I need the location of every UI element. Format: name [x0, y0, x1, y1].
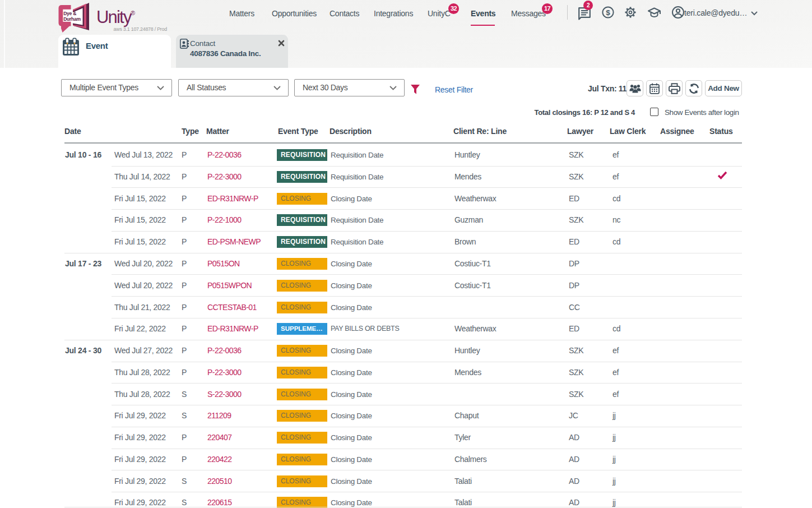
svg-text:Dye &: Dye &	[63, 11, 76, 16]
svg-text:$: $	[606, 8, 610, 17]
svg-text:Durham: Durham	[63, 16, 81, 22]
